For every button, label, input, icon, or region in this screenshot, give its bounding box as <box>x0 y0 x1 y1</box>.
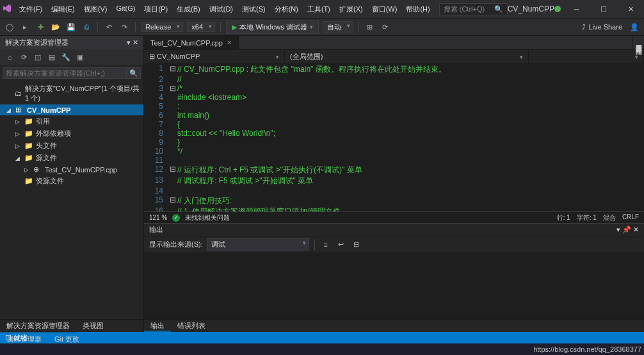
minimize-button[interactable]: ─ <box>566 1 588 17</box>
output-clear-icon[interactable]: ≡ <box>320 239 332 251</box>
menu-item[interactable]: 文件(F) <box>15 3 46 15</box>
main-menu: 文件(F)编辑(E)视图(V)Git(G)项目(P)生成(B)调试(D)测试(S… <box>15 3 434 15</box>
search-placeholder: 搜索 (Ctrl+Q) <box>444 4 485 14</box>
output-source-label: 显示输出来源(S): <box>149 240 203 249</box>
show-all-icon[interactable]: ▤ <box>46 51 58 63</box>
menu-item[interactable]: 编辑(E) <box>47 3 79 15</box>
title-search[interactable]: 搜索 (Ctrl+Q) 🔍 <box>439 3 508 15</box>
new-icon[interactable]: ✚ <box>35 21 46 33</box>
save-all-icon[interactable]: ⎙ <box>81 21 92 33</box>
feedback-icon[interactable]: 👤 <box>629 21 640 33</box>
open-icon[interactable]: 📂 <box>50 21 61 33</box>
nav-project-combo[interactable]: ⊞ CV_NumCPP▾ <box>144 50 285 63</box>
search-icon: 🔍 <box>494 5 503 13</box>
close-button[interactable]: ✕ <box>620 1 641 17</box>
config-combo[interactable]: Release <box>141 22 183 32</box>
sidebar-tab[interactable]: 解决方案资源管理器 <box>0 320 76 333</box>
undo-icon[interactable]: ↶ <box>103 21 115 33</box>
code-editor[interactable]: 1⊟// CV_NumCPP.cpp : 此文件包含 "main" 函数。程序执… <box>144 64 644 211</box>
maximize-button[interactable]: ☐ <box>593 1 615 17</box>
tab-close-icon[interactable]: ✕ <box>227 39 232 46</box>
search-go-icon[interactable]: 🔍 <box>127 67 141 79</box>
tree-folder[interactable]: 📁资源文件 <box>0 175 143 187</box>
menu-item[interactable]: 帮助(H) <box>402 3 433 15</box>
signin-status-icon[interactable] <box>554 6 561 12</box>
tree-folder[interactable]: ▷📁外部依赖项 <box>0 128 143 140</box>
menu-item[interactable]: 扩展(X) <box>335 3 367 15</box>
watermark: https://blog.csdn.net/qq_28368377 <box>533 345 641 353</box>
panel-dropdown-icon[interactable]: ▾ ✕ <box>127 38 138 47</box>
output-source-combo[interactable]: 调试 <box>207 238 309 251</box>
live-share-icon: ⤴ <box>582 23 586 31</box>
sidebar-tab[interactable]: 类视图 <box>76 320 110 333</box>
menu-item[interactable]: 生成(B) <box>173 3 204 15</box>
tree-folder[interactable]: ▷📁头文件 <box>0 140 143 152</box>
window-title: CV_NumCPP <box>508 4 554 13</box>
cursor-line: 行: 1 <box>557 213 570 222</box>
vs-logo-icon <box>3 4 12 14</box>
no-issues-icon: ✓ <box>172 214 180 222</box>
output-goto-icon[interactable]: ⊟ <box>351 239 362 251</box>
forward-icon[interactable]: ▸ <box>19 21 31 33</box>
menu-item[interactable]: 工具(T) <box>303 3 334 15</box>
save-icon[interactable]: 💾 <box>65 21 77 33</box>
output-pin-icon[interactable]: ▾ 📌 ✕ <box>616 226 639 234</box>
file-tab[interactable]: Test_CV_NumCPP.cpp ✕ <box>144 36 239 49</box>
menu-item[interactable]: 项目(P) <box>140 3 172 15</box>
menu-item[interactable]: 测试(S) <box>238 3 270 15</box>
menu-item[interactable]: 分析(N) <box>271 3 302 15</box>
cursor-col: 字符: 1 <box>577 213 597 222</box>
menu-item[interactable]: 视图(V) <box>80 3 111 15</box>
back-icon[interactable]: ◯ <box>4 21 15 33</box>
platform-combo[interactable]: x64 <box>187 22 215 32</box>
nav-member-combo[interactable]: ▾ <box>529 50 644 63</box>
zoom-level[interactable]: 121 % <box>149 214 167 221</box>
sync-icon[interactable]: ⟳ <box>380 21 391 33</box>
start-debug-button[interactable]: ▶ 本地 Windows 调试器 ▾ <box>226 21 319 34</box>
properties-icon[interactable]: 🔧 <box>60 51 72 63</box>
solution-explorer-header: 解决方案资源管理器 ▾ ✕ <box>0 36 143 49</box>
output-tab[interactable]: 错误列表 <box>171 320 212 332</box>
toggle-icon[interactable]: ⊞ <box>364 21 376 33</box>
auto-combo[interactable]: 自动 <box>323 21 353 33</box>
status-ready: ☐ 就绪 <box>5 333 28 343</box>
refresh-icon[interactable]: ⟳ <box>18 51 29 63</box>
preview-icon[interactable]: ▣ <box>74 51 86 63</box>
menu-item[interactable]: Git(G) <box>112 3 139 15</box>
solution-tree: 🗂 解决方案"CV_NumCPP"(1 个项目/共 1 个) ◢⊞ CV_Num… <box>0 81 143 319</box>
output-tab[interactable]: 输出 <box>144 320 171 332</box>
project-node[interactable]: ◢⊞ CV_NumCPP <box>0 104 143 115</box>
redo-icon[interactable]: ↷ <box>118 21 130 33</box>
play-icon: ▶ <box>232 23 237 31</box>
line-mode: 混合 <box>603 213 616 222</box>
eol-mode: CRLF <box>622 213 639 222</box>
output-body[interactable] <box>144 252 644 319</box>
tree-file[interactable]: ▷⊕Test_CV_NumCPP.cpp <box>0 164 143 175</box>
collapse-icon[interactable]: ◫ <box>32 51 44 63</box>
output-wrap-icon[interactable]: ↩ <box>335 239 347 251</box>
no-issues-label: 未找到相关问题 <box>185 213 230 222</box>
sidebar-tab[interactable]: Git 更改 <box>48 333 86 345</box>
tree-folder[interactable]: ◢📁源文件 <box>0 152 143 164</box>
nav-scope-combo[interactable]: (全局范围)▾ <box>285 50 529 63</box>
live-share-button[interactable]: ⤴ Live Share <box>582 23 622 31</box>
home-icon[interactable]: ⌂ <box>4 51 15 63</box>
solution-search-input[interactable] <box>3 67 127 79</box>
solution-node[interactable]: 🗂 解决方案"CV_NumCPP"(1 个项目/共 1 个) <box>0 83 143 104</box>
menu-item[interactable]: 窗口(W) <box>368 3 401 15</box>
tree-folder[interactable]: ▷📁引用 <box>0 115 143 128</box>
right-side-tabs[interactable]: 服务器资源管理器 工具箱 属性 <box>632 36 644 47</box>
menu-item[interactable]: 调试(D) <box>205 3 237 15</box>
output-title: 输出 <box>149 225 163 235</box>
